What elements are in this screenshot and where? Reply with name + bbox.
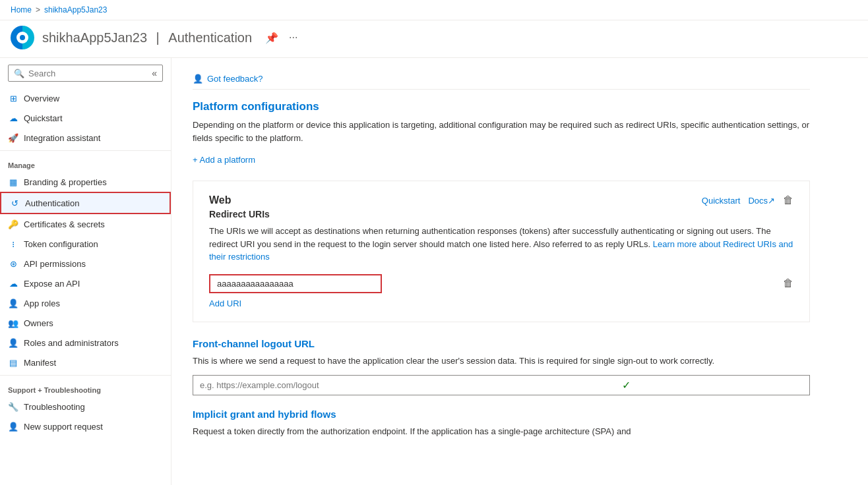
key-icon: 🔧 <box>8 401 18 412</box>
sidebar-label-branding: Branding & properties <box>24 177 107 187</box>
platform-config-desc: Depending on the platform or device this… <box>193 119 810 144</box>
sidebar-label-overview: Overview <box>24 94 59 103</box>
search-input[interactable] <box>28 69 148 78</box>
search-box: 🔍 « <box>8 65 163 82</box>
rocket-icon: 🚀 <box>8 132 18 143</box>
implicit-desc: Request a token directly from the author… <box>193 425 810 438</box>
page-title: shikhaApp5Jan23 | Authentication <box>42 30 252 45</box>
logout-input-wrap: ✓ <box>193 375 810 395</box>
sidebar-item-authentication[interactable]: ↺ Authentication <box>0 192 171 214</box>
front-channel-title: Front-channel logout URL <box>193 338 810 349</box>
cloud-icon: ☁ <box>8 113 18 123</box>
divider-manage <box>0 150 171 151</box>
sidebar-item-integration[interactable]: 🚀 Integration assistant <box>0 128 171 148</box>
content-area: 👤 Got feedback? Platform configurations … <box>171 58 868 485</box>
breadcrumb: Home > shikhaApp5Jan23 <box>0 0 868 20</box>
redirect-title: Redirect URIs <box>209 209 793 219</box>
app-icon <box>11 26 34 49</box>
sidebar-item-manifest[interactable]: ▤ Manifest <box>0 353 171 372</box>
uri-row: 🗑 Add URI <box>209 274 793 308</box>
sidebar-label-certs: Certificates & secrets <box>24 219 105 229</box>
web-card-delete-icon[interactable]: 🗑 <box>783 194 793 206</box>
api-icon: ⊛ <box>8 258 18 269</box>
breadcrumb-app[interactable]: shikhaApp5Jan23 <box>44 5 107 14</box>
search-icon: 🔍 <box>14 69 24 78</box>
feedback-icon: 👤 <box>193 74 203 84</box>
branding-icon: ▦ <box>8 177 18 187</box>
auth-icon: ↺ <box>9 198 20 208</box>
owners-icon: 👥 <box>8 318 18 328</box>
sidebar-label-approles: App roles <box>24 299 60 308</box>
sidebar-label-token: Token configuration <box>24 239 98 249</box>
sidebar-item-troubleshooting[interactable]: 🔧 Troubleshooting <box>0 397 171 416</box>
sidebar-item-token[interactable]: ⫶ Token configuration <box>0 234 171 254</box>
divider-support <box>0 375 171 376</box>
breadcrumb-separator: > <box>36 5 40 14</box>
web-card-title: Web <box>209 194 231 206</box>
app-header: shikhaApp5Jan23 | Authentication 📌 ··· <box>0 20 868 58</box>
pin-icon[interactable]: 📌 <box>263 30 281 45</box>
sidebar-item-quickstart[interactable]: ☁ Quickstart <box>0 108 171 128</box>
more-options-icon[interactable]: ··· <box>286 30 300 45</box>
uri-input[interactable] <box>209 274 382 293</box>
web-card: Web Quickstart Docs↗ 🗑 Redirect URIs The… <box>193 181 810 322</box>
sidebar-label-expose: Expose an API <box>24 279 80 289</box>
approles-icon: 👤 <box>8 298 18 308</box>
manifest-icon: ▤ <box>8 357 18 368</box>
person-icon: 👤 <box>8 421 18 432</box>
collapse-icon[interactable]: « <box>152 68 157 78</box>
add-platform-button[interactable]: + Add a platform <box>193 155 810 165</box>
sidebar-item-owners[interactable]: 👥 Owners <box>0 313 171 333</box>
front-channel-desc: This is where we send a request to have … <box>193 355 810 368</box>
sidebar-item-support-request[interactable]: 👤 New support request <box>0 416 171 436</box>
sidebar-item-api-perm[interactable]: ⊛ API permissions <box>0 254 171 273</box>
uri-delete-icon[interactable]: 🗑 <box>783 277 793 289</box>
sidebar-label-troubleshooting: Troubleshooting <box>24 402 85 412</box>
docs-link[interactable]: Docs↗ <box>748 196 775 206</box>
breadcrumb-home[interactable]: Home <box>11 5 32 14</box>
support-section-label: Support + Troubleshooting <box>0 378 171 397</box>
web-card-header: Web Quickstart Docs↗ 🗑 <box>209 194 793 206</box>
feedback-bar[interactable]: 👤 Got feedback? <box>193 69 810 90</box>
sidebar-item-approles[interactable]: 👤 App roles <box>0 293 171 313</box>
grid-icon: ⊞ <box>8 93 18 103</box>
logout-url-input[interactable] <box>193 376 615 395</box>
web-card-actions: Quickstart Docs↗ 🗑 <box>702 194 793 206</box>
sidebar-item-certs[interactable]: 🔑 Certificates & secrets <box>0 214 171 234</box>
sidebar-label-quickstart: Quickstart <box>24 113 63 123</box>
sidebar-item-branding[interactable]: ▦ Branding & properties <box>0 172 171 192</box>
sidebar: 🔍 « ⊞ Overview ☁ Quickstart 🚀 Integratio… <box>0 58 171 485</box>
sidebar-label-integration: Integration assistant <box>24 133 100 143</box>
sidebar-label-authentication: Authentication <box>25 198 79 208</box>
manage-section-label: Manage <box>0 154 171 172</box>
header-icons: 📌 ··· <box>263 30 300 45</box>
sidebar-label-owners: Owners <box>24 318 53 328</box>
roles-icon: 👤 <box>8 337 18 348</box>
cert-icon: 🔑 <box>8 219 18 229</box>
platform-config-title: Platform configurations <box>193 100 810 113</box>
redirect-desc: The URIs we will accept as destinations … <box>209 225 793 264</box>
sidebar-label-roles-admin: Roles and administrators <box>24 338 119 348</box>
sidebar-label-api-perm: API permissions <box>24 259 86 269</box>
sidebar-item-expose[interactable]: ☁ Expose an API <box>0 273 171 293</box>
sidebar-label-manifest: Manifest <box>24 358 56 368</box>
sidebar-item-roles-admin[interactable]: 👤 Roles and administrators <box>0 333 171 353</box>
logout-check-icon: ✓ <box>615 379 637 391</box>
expose-icon: ☁ <box>8 278 18 289</box>
sidebar-label-support-request: New support request <box>24 422 103 432</box>
feedback-label: Got feedback? <box>207 74 263 84</box>
quickstart-link[interactable]: Quickstart <box>702 196 741 206</box>
sidebar-item-overview[interactable]: ⊞ Overview <box>0 88 171 108</box>
implicit-title: Implicit grant and hybrid flows <box>193 409 810 420</box>
token-icon: ⫶ <box>8 239 18 249</box>
add-uri-button[interactable]: Add URI <box>209 299 793 308</box>
